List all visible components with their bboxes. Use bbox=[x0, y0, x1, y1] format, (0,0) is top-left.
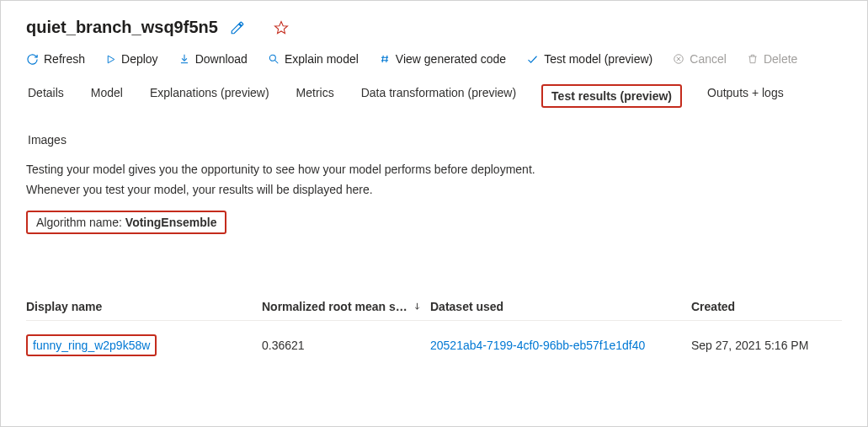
edit-icon[interactable] bbox=[230, 20, 245, 35]
table-row: funny_ring_w2p9k58w 0.36621 20521ab4-719… bbox=[26, 321, 842, 370]
arrow-down-icon bbox=[413, 302, 422, 311]
table-header: Display name Normalized root mean s… Dat… bbox=[26, 293, 842, 321]
row-display-name-link[interactable]: funny_ring_w2p9k58w bbox=[26, 334, 157, 356]
algorithm-label: Algorithm name: bbox=[36, 216, 125, 229]
refresh-icon bbox=[26, 53, 39, 66]
testmodel-button[interactable]: Test model (preview) bbox=[526, 52, 652, 66]
description: Testing your model gives you the opportu… bbox=[26, 160, 842, 200]
col-display-name[interactable]: Display name bbox=[26, 300, 262, 313]
cancel-button: Cancel bbox=[673, 52, 727, 66]
svg-line-3 bbox=[275, 61, 279, 64]
check-icon bbox=[526, 53, 539, 66]
download-label: Download bbox=[195, 52, 248, 66]
trash-icon bbox=[747, 53, 759, 65]
refresh-label: Refresh bbox=[44, 52, 85, 66]
tab-outputs[interactable]: Outputs + logs bbox=[706, 84, 785, 108]
tab-test-results[interactable]: Test results (preview) bbox=[541, 84, 682, 108]
hash-icon bbox=[379, 53, 391, 65]
viewcode-button[interactable]: View generated code bbox=[379, 52, 506, 66]
description-line-2: Whenever you test your model, your resul… bbox=[26, 180, 842, 200]
col-created[interactable]: Created bbox=[691, 300, 843, 313]
delete-label: Delete bbox=[764, 52, 797, 66]
tab-details[interactable]: Details bbox=[26, 84, 66, 108]
tab-explanations[interactable]: Explanations (preview) bbox=[148, 84, 271, 108]
algorithm-value: VotingEnsemble bbox=[125, 216, 217, 229]
title-row: quiet_branch_wsq9f5n5 bbox=[26, 18, 842, 37]
results-table: Display name Normalized root mean s… Dat… bbox=[26, 293, 842, 370]
deploy-button[interactable]: Deploy bbox=[105, 52, 158, 66]
play-icon bbox=[105, 54, 116, 65]
toolbar: Refresh Deploy Download Explain model Vi… bbox=[26, 52, 842, 66]
svg-point-2 bbox=[269, 55, 275, 61]
col-dataset[interactable]: Dataset used bbox=[430, 300, 691, 313]
tab-metrics[interactable]: Metrics bbox=[295, 84, 336, 108]
description-line-1: Testing your model gives you the opportu… bbox=[26, 160, 842, 180]
viewcode-label: View generated code bbox=[396, 52, 506, 66]
deploy-label: Deploy bbox=[121, 52, 158, 66]
delete-button: Delete bbox=[747, 52, 797, 66]
search-icon bbox=[268, 53, 280, 65]
col-metric[interactable]: Normalized root mean s… bbox=[262, 300, 430, 313]
download-button[interactable]: Download bbox=[178, 52, 248, 66]
testmodel-label: Test model (preview) bbox=[544, 52, 652, 66]
tab-model[interactable]: Model bbox=[89, 84, 125, 108]
tab-data-transformation[interactable]: Data transformation (preview) bbox=[359, 84, 518, 108]
col-metric-label: Normalized root mean s… bbox=[262, 300, 407, 313]
svg-marker-1 bbox=[108, 56, 114, 63]
refresh-button[interactable]: Refresh bbox=[26, 52, 85, 66]
svg-line-7 bbox=[386, 56, 387, 62]
page-title: quiet_branch_wsq9f5n5 bbox=[26, 18, 218, 37]
svg-marker-0 bbox=[274, 21, 287, 33]
row-created: Sep 27, 2021 5:16 PM bbox=[691, 339, 843, 352]
row-dataset-link[interactable]: 20521ab4-7199-4cf0-96bb-eb57f1e1df40 bbox=[430, 339, 691, 352]
algorithm-name-row: Algorithm name: VotingEnsemble bbox=[26, 211, 842, 234]
star-icon[interactable] bbox=[274, 20, 289, 35]
download-icon bbox=[178, 53, 190, 65]
cancel-icon bbox=[673, 53, 684, 65]
cancel-label: Cancel bbox=[690, 52, 727, 66]
tabs: Details Model Explanations (preview) Met… bbox=[26, 84, 842, 148]
row-metric: 0.36621 bbox=[262, 339, 430, 352]
explain-button[interactable]: Explain model bbox=[268, 52, 359, 66]
explain-label: Explain model bbox=[285, 52, 359, 66]
svg-line-6 bbox=[382, 56, 383, 62]
tab-images[interactable]: Images bbox=[26, 131, 68, 148]
